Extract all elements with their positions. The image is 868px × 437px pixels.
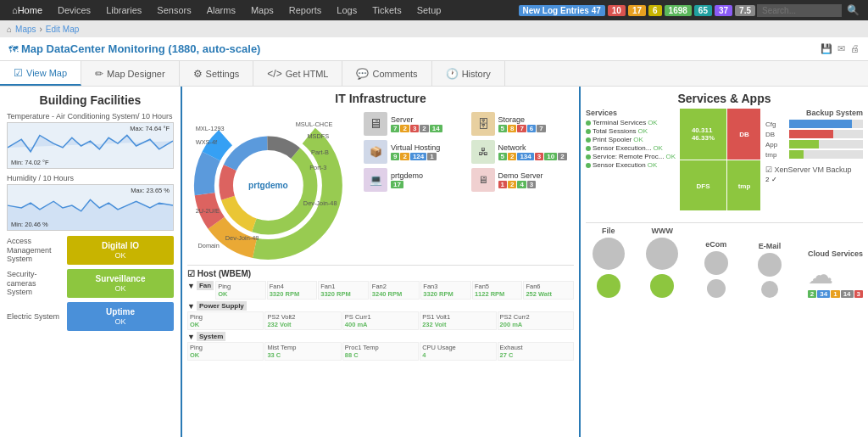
nav-alarms[interactable]: Alarms <box>200 0 242 20</box>
tab-history[interactable]: 🕐 History <box>432 61 505 86</box>
backup-title: Backup System <box>765 109 863 117</box>
save-icon[interactable]: 💾 <box>821 43 832 54</box>
security-badge[interactable]: SurveillanceOK <box>67 269 174 298</box>
storage-badges: 5 8 7 6 7 <box>498 125 575 132</box>
sensor-cell: Fan43320 RPM <box>267 281 318 300</box>
it-host-section: ☑ Host (WBEM) ▼ Fan PingOK Fan43320 RPM … <box>187 265 574 361</box>
server-circle-small[interactable] <box>650 274 674 298</box>
sensor-cell: Fan13320 RPM <box>318 281 369 300</box>
services-title: Services & Apps <box>586 92 863 105</box>
tab-get-html[interactable]: </> Get HTML <box>253 61 342 86</box>
sensor-cell: Fan23240 RPM <box>370 281 420 300</box>
nav-maps[interactable]: Maps <box>244 0 281 20</box>
server-circle-small[interactable] <box>597 274 620 298</box>
service-row-1[interactable]: Terminal Services OK <box>586 119 676 126</box>
device-demo-server[interactable]: 🖥 Demo Server 1 2 4 3 <box>471 168 575 192</box>
service-row-5[interactable]: Service: Remote Proc... OK <box>586 153 676 160</box>
nav-tickets[interactable]: Tickets <box>365 0 408 20</box>
svg-text:Dev-Join-48: Dev-Join-48 <box>225 233 259 241</box>
network-info: Network 5 2 134 3 10 2 <box>498 143 575 160</box>
sensor-cell: PS Curr1400 mA <box>342 311 419 330</box>
svg-text:MSUL-CHCE: MSUL-CHCE <box>296 120 333 128</box>
electric-badge[interactable]: UptimeOK <box>67 302 174 331</box>
power-label: Power Supply <box>197 301 247 311</box>
server-circle-big[interactable] <box>593 238 625 270</box>
access-badge[interactable]: Digital IOOK <box>67 236 174 265</box>
sensor-cell: Fan6252 Watt <box>523 281 574 300</box>
system-expand-icon[interactable]: ▼ <box>187 333 195 341</box>
humidity-min: Min: 20.46 % <box>11 221 48 228</box>
power-sensors: PingOK PS2 Volt2232 Volt PS Curr1400 mA … <box>187 311 574 330</box>
nav-setup[interactable]: Setup <box>410 0 448 20</box>
host-label: ☑ Host (WBEM) <box>187 269 574 278</box>
badge-b4[interactable]: 1698 <box>665 5 692 16</box>
nav-logs[interactable]: Logs <box>330 0 364 20</box>
server-circle-med[interactable] <box>758 253 782 277</box>
security-status-item: Security-cameras System SurveillanceOK <box>7 269 174 298</box>
search-input[interactable] <box>757 4 842 17</box>
service-row-4[interactable]: Sensor Execution... OK <box>586 144 676 152</box>
services-list-title: Services <box>586 109 676 117</box>
donut-chart-area: prtgdemo prtgdemo MSUL-CHCE MSDFS Part-B… <box>187 109 357 261</box>
cloud-area: Cloud Services ☁ 2 34 1 14 3 <box>808 249 863 298</box>
xen-status: 2 ✓ <box>765 176 863 183</box>
server-circle-med[interactable] <box>704 251 728 275</box>
server-circle-small2[interactable] <box>707 279 726 298</box>
services-left: Services Terminal Services OK Total Sess… <box>586 109 760 219</box>
fan-expand-icon[interactable]: ▼ <box>187 282 195 290</box>
server-col-file: File <box>586 227 631 298</box>
service-row-3[interactable]: Print Spooler OK <box>586 136 676 143</box>
mail-icon[interactable]: ✉ <box>837 43 845 54</box>
device-storage[interactable]: 🗄 Storage 5 8 7 6 7 <box>471 112 575 136</box>
humidity-max: Max: 23.65 % <box>131 187 170 194</box>
nav-devices[interactable]: Devices <box>51 0 97 20</box>
fan-sensors: PingOK Fan43320 RPM Fan13320 RPM Fan2324… <box>215 281 574 300</box>
search-icon[interactable]: 🔍 <box>843 4 863 16</box>
tab-view-map[interactable]: ☑ View Map <box>0 61 81 86</box>
sensor-cell: PS1 Volt1232 Volt <box>420 311 496 330</box>
svc-status-dot <box>586 137 591 143</box>
host-checkbox-icon[interactable]: ☑ <box>187 269 195 278</box>
backup-area: Backup System Cfg DB <box>765 109 863 219</box>
badge-b7[interactable]: 7.5 <box>735 5 755 16</box>
tab-map-designer[interactable]: ✏ Map Designer <box>81 61 179 86</box>
tab-comments[interactable]: 💬 Comments <box>342 61 431 86</box>
tab-settings[interactable]: ⚙ Settings <box>180 61 254 86</box>
nav-home[interactable]: ⌂ Home <box>5 0 49 20</box>
history-icon: 🕐 <box>446 68 459 80</box>
device-grid: 🖥 Server 7 2 3 2 14 <box>364 112 574 192</box>
backup-bars: Cfg DB App <box>765 120 863 159</box>
access-status-item: Access Management System Digital IOOK <box>7 236 174 265</box>
network-badges: 5 2 134 3 10 2 <box>498 153 575 160</box>
badge-b6[interactable]: 37 <box>715 5 732 16</box>
print-icon[interactable]: 🖨 <box>850 43 860 54</box>
device-network[interactable]: 🖧 Network 5 2 134 3 10 2 <box>471 140 575 164</box>
device-server[interactable]: 🖥 Server 7 2 3 2 14 <box>364 112 467 136</box>
badge-b2[interactable]: 17 <box>628 5 646 16</box>
server-circle-small3[interactable] <box>761 281 778 298</box>
top-navigation: ⌂ Home Devices Libraries Sensors Alarms … <box>0 0 868 20</box>
service-row-2[interactable]: Total Sessions OK <box>586 127 676 135</box>
breadcrumb-edit-map[interactable]: Edit Map <box>46 25 79 34</box>
badge-b3[interactable]: 6 <box>648 5 662 16</box>
server-col-www: WWW <box>639 227 684 298</box>
page-title: Map DataCenter Monitoring (1880, auto-sc… <box>21 42 260 55</box>
nav-reports[interactable]: Reports <box>282 0 329 20</box>
nav-libraries[interactable]: Libraries <box>99 0 148 20</box>
designer-icon: ✏ <box>95 68 103 80</box>
tm-cell-4: tmp <box>727 160 760 210</box>
breadcrumb-maps[interactable]: Maps <box>15 25 36 34</box>
badge-log[interactable]: New Log Entries 47 <box>519 5 605 16</box>
sensor-cell: CPU Usage4 <box>420 342 496 361</box>
sensor-cell: PingOK <box>215 281 266 300</box>
humidity-label: Humidity / 10 Hours <box>7 174 174 182</box>
server-circle-big[interactable] <box>646 238 678 270</box>
badge-b1[interactable]: 10 <box>608 5 626 16</box>
power-expand-icon[interactable]: ▼ <box>187 302 195 311</box>
device-virtual[interactable]: 📦 Virtual Hosting 9 2 124 1 <box>364 140 467 164</box>
badge-b5[interactable]: 65 <box>694 5 712 16</box>
device-prtgdemo[interactable]: 💻 prtgdemo 17 <box>364 168 467 192</box>
service-row-6[interactable]: Sensor Execution OK <box>586 161 676 169</box>
access-label: Access Management System <box>7 237 62 264</box>
nav-sensors[interactable]: Sensors <box>150 0 198 20</box>
